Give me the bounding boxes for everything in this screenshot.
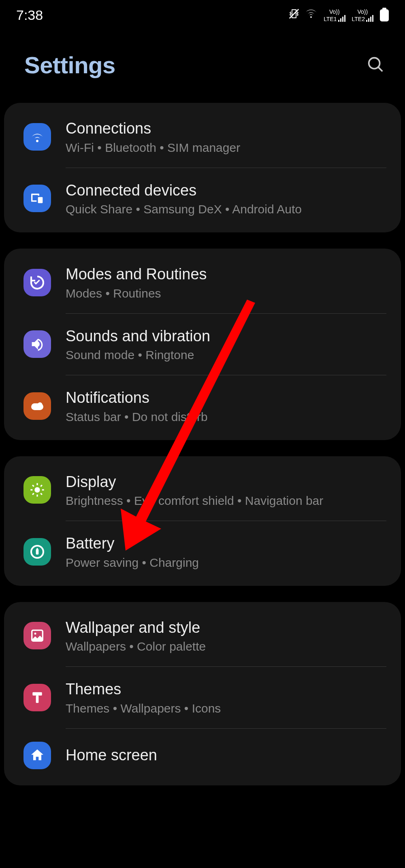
status-bar: 7:38 Vo)) LTE1 Vo)) LTE2 (0, 0, 405, 27)
item-text: Modes and RoutinesModes • Routines (66, 265, 386, 300)
settings-item-modes-routines[interactable]: Modes and RoutinesModes • Routines (4, 252, 401, 313)
settings-item-home-screen[interactable]: Home screen (4, 729, 401, 782)
svg-point-1 (369, 57, 380, 68)
settings-item-themes[interactable]: ThemesThemes • Wallpapers • Icons (4, 667, 401, 728)
brightness-icon (23, 476, 51, 504)
item-text: Sounds and vibrationSound mode • Rington… (66, 327, 386, 362)
notif-icon (23, 392, 51, 420)
item-text: ThemesThemes • Wallpapers • Icons (66, 680, 386, 715)
item-subtitle: Status bar • Do not disturb (66, 410, 386, 424)
settings-groups: ConnectionsWi-Fi • Bluetooth • SIM manag… (0, 103, 405, 785)
settings-item-display[interactable]: DisplayBrightness • Eye comfort shield •… (4, 460, 401, 521)
item-title: Wallpaper and style (66, 618, 386, 638)
settings-item-connected-devices[interactable]: Connected devicesQuick Share • Samsung D… (4, 168, 401, 230)
sim2-indicator: Vo)) LTE2 (352, 9, 373, 22)
settings-item-notifications[interactable]: NotificationsStatus bar • Do not disturb (4, 375, 401, 437)
item-text: NotificationsStatus bar • Do not disturb (66, 388, 386, 424)
item-text: Home screen (66, 746, 386, 765)
item-subtitle: Brightness • Eye comfort shield • Naviga… (66, 494, 386, 508)
search-button[interactable] (366, 55, 385, 75)
svg-line-2 (379, 67, 383, 71)
vibrate-icon (288, 7, 300, 23)
devices-icon (23, 185, 51, 212)
item-title: Sounds and vibration (66, 327, 386, 346)
settings-item-sounds-vibration[interactable]: Sounds and vibrationSound mode • Rington… (4, 314, 401, 375)
item-title: Display (66, 472, 386, 492)
item-text: ConnectionsWi-Fi • Bluetooth • SIM manag… (66, 119, 386, 155)
settings-group: ConnectionsWi-Fi • Bluetooth • SIM manag… (4, 103, 401, 232)
picture-icon (23, 622, 51, 649)
settings-item-battery[interactable]: BatteryPower saving • Charging (4, 521, 401, 583)
item-text: Wallpaper and styleWallpapers • Color pa… (66, 618, 386, 654)
settings-group: Wallpaper and styleWallpapers • Color pa… (4, 602, 401, 785)
item-subtitle: Wallpapers • Color palette (66, 640, 386, 653)
status-indicators: Vo)) LTE1 Vo)) LTE2 (288, 7, 389, 23)
item-title: Connections (66, 119, 386, 138)
settings-group: Modes and RoutinesModes • RoutinesSounds… (4, 249, 401, 440)
wifi-icon (23, 123, 51, 151)
item-subtitle: Wi-Fi • Bluetooth • SIM manager (66, 141, 386, 155)
item-subtitle: Sound mode • Ringtone (66, 348, 386, 362)
theme-icon (23, 684, 51, 711)
item-title: Notifications (66, 388, 386, 408)
settings-header: Settings (0, 27, 405, 103)
item-title: Battery (66, 534, 386, 553)
home-icon (23, 742, 51, 769)
item-title: Themes (66, 680, 386, 699)
settings-item-connections[interactable]: ConnectionsWi-Fi • Bluetooth • SIM manag… (4, 106, 401, 168)
item-title: Home screen (66, 746, 386, 765)
battery-icon (380, 9, 389, 21)
item-subtitle: Power saving • Charging (66, 556, 386, 570)
settings-group: DisplayBrightness • Eye comfort shield •… (4, 456, 401, 586)
item-subtitle: Themes • Wallpapers • Icons (66, 702, 386, 715)
routine-icon (23, 269, 51, 296)
item-subtitle: Quick Share • Samsung DeX • Android Auto (66, 202, 386, 216)
item-text: DisplayBrightness • Eye comfort shield •… (66, 472, 386, 508)
item-subtitle: Modes • Routines (66, 287, 386, 300)
item-text: BatteryPower saving • Charging (66, 534, 386, 570)
sim1-indicator: Vo)) LTE1 (324, 9, 345, 22)
item-text: Connected devicesQuick Share • Samsung D… (66, 181, 386, 217)
wifi-icon (305, 7, 317, 23)
battery-icon (23, 538, 51, 566)
status-time: 7:38 (16, 7, 43, 23)
settings-item-wallpaper-style[interactable]: Wallpaper and styleWallpapers • Color pa… (4, 605, 401, 667)
item-title: Modes and Routines (66, 265, 386, 284)
sound-icon (23, 330, 51, 358)
item-title: Connected devices (66, 181, 386, 200)
page-title: Settings (24, 51, 115, 79)
